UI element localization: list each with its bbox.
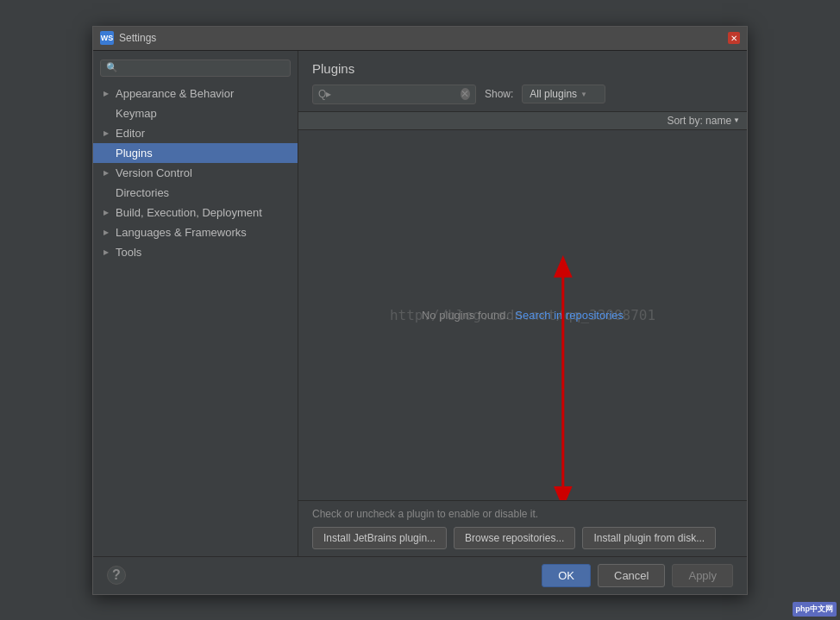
search-icon: 🔍 bbox=[106, 62, 118, 73]
clear-search-button[interactable]: ✕ bbox=[461, 88, 470, 100]
plugin-list-content: http://blog.csdn.net/qq_33008701 No plug… bbox=[298, 130, 747, 500]
window-title: Settings bbox=[119, 32, 156, 44]
search-q-icon: Q▸ bbox=[318, 88, 331, 100]
install-jetbrains-button[interactable]: Install JetBrains plugin... bbox=[312, 527, 447, 549]
sidebar-item-label: Build, Execution, Deployment bbox=[116, 206, 262, 219]
no-plugins-text: No plugins found. bbox=[422, 309, 509, 322]
browse-repositories-button[interactable]: Browse repositories... bbox=[454, 527, 575, 549]
page-title: Plugins bbox=[312, 61, 733, 76]
apply-button[interactable]: Apply bbox=[672, 564, 733, 587]
sidebar-search-box[interactable]: 🔍 bbox=[100, 59, 291, 77]
main-content: Plugins Q▸ vue ✕ Show: All plugins bbox=[298, 51, 747, 556]
bottom-section: Check or uncheck a plugin to enable or d… bbox=[298, 500, 747, 556]
sidebar-item-label: Plugins bbox=[116, 147, 153, 160]
title-bar: WS Settings ✕ bbox=[93, 27, 747, 51]
sidebar-item-languages[interactable]: Languages & Frameworks bbox=[93, 222, 298, 242]
sidebar-item-appearance[interactable]: Appearance & Behavior bbox=[93, 84, 298, 103]
no-plugins-message: No plugins found. Search in repositories bbox=[422, 309, 624, 322]
sidebar-item-label: Keymap bbox=[116, 107, 157, 120]
sidebar-item-editor[interactable]: Editor bbox=[93, 123, 298, 143]
sidebar-item-label: Version Control bbox=[116, 166, 192, 179]
search-in-repositories-link[interactable]: Search in repositories bbox=[515, 309, 624, 322]
plugins-toolbar: Q▸ vue ✕ Show: All plugins bbox=[312, 85, 733, 104]
sidebar-item-label: Appearance & Behavior bbox=[116, 87, 234, 100]
sidebar-item-version-control[interactable]: Version Control bbox=[93, 163, 298, 183]
help-button[interactable]: ? bbox=[107, 566, 126, 585]
sidebar-item-label: Languages & Frameworks bbox=[116, 226, 247, 239]
sidebar-item-keymap[interactable]: Keymap bbox=[93, 103, 298, 123]
sidebar-search-input[interactable] bbox=[122, 62, 285, 74]
settings-window: WS Settings ✕ 🔍 Appearance & Behavior Ke… bbox=[92, 26, 748, 595]
ok-button[interactable]: OK bbox=[542, 564, 591, 587]
sort-bar: Sort by: name bbox=[298, 112, 747, 130]
action-buttons: Install JetBrains plugin... Browse repos… bbox=[312, 527, 733, 549]
install-from-disk-button[interactable]: Install plugin from disk... bbox=[582, 527, 716, 549]
sidebar-item-build[interactable]: Build, Execution, Deployment bbox=[93, 203, 298, 222]
ws-icon: WS bbox=[100, 31, 114, 45]
sidebar-item-plugins[interactable]: Plugins bbox=[93, 143, 298, 163]
sidebar-item-label: Editor bbox=[116, 127, 145, 140]
sidebar-item-tools[interactable]: Tools bbox=[93, 242, 298, 262]
window-body: 🔍 Appearance & Behavior Keymap Editor Pl… bbox=[93, 51, 747, 556]
php-badge: php中文网 bbox=[793, 602, 837, 617]
footer-buttons: OK Cancel Apply bbox=[542, 564, 733, 587]
show-dropdown[interactable]: All plugins bbox=[522, 85, 605, 103]
plugin-list-area: Sort by: name http://blog.csdn.net/qq_33… bbox=[298, 112, 747, 500]
check-label: Check or uncheck a plugin to enable or d… bbox=[312, 508, 733, 520]
close-button[interactable]: ✕ bbox=[728, 32, 740, 44]
sidebar-item-label: Directories bbox=[116, 186, 169, 199]
sidebar: 🔍 Appearance & Behavior Keymap Editor Pl… bbox=[93, 51, 298, 556]
sidebar-item-directories[interactable]: Directories bbox=[93, 183, 298, 203]
sort-dropdown[interactable]: Sort by: name bbox=[667, 115, 740, 127]
dialog-footer: ? OK Cancel Apply bbox=[93, 556, 747, 594]
title-bar-left: WS Settings bbox=[100, 31, 156, 45]
sort-label: Sort by: name bbox=[667, 115, 731, 127]
cancel-button[interactable]: Cancel bbox=[598, 564, 665, 587]
plugin-search-input[interactable]: vue bbox=[335, 88, 456, 101]
sidebar-item-label: Tools bbox=[116, 246, 141, 259]
main-header: Plugins Q▸ vue ✕ Show: All plugins bbox=[298, 51, 747, 112]
plugin-search-box[interactable]: Q▸ vue ✕ bbox=[312, 85, 476, 104]
show-dropdown-value: All plugins bbox=[530, 88, 577, 100]
show-label: Show: bbox=[485, 88, 513, 100]
